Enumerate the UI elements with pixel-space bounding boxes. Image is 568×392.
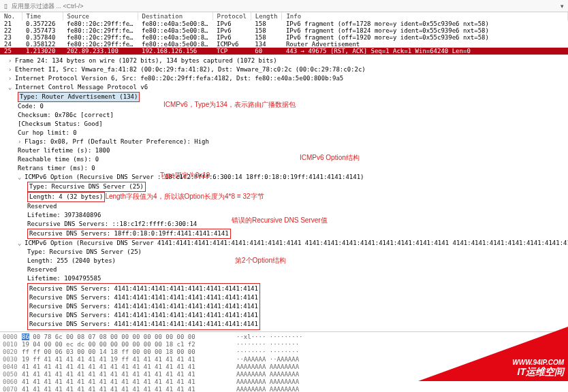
col-length[interactable]: Length <box>251 12 282 20</box>
opt2-dns3-line[interactable]: Recursive DNS Servers: 4141:4141:4141:41… <box>29 302 258 311</box>
opt1-reserved-line[interactable]: Reserved <box>3 202 565 211</box>
opt2-dns-block: Recursive DNS Servers: 4141:4141:4141:41… <box>27 283 260 330</box>
expander-icon[interactable]: › <box>8 65 15 74</box>
opt2-dns5-line[interactable]: Recursive DNS Servers: 4141:4141:4141:41… <box>29 320 258 329</box>
hex-row[interactable]: 007041 41 41 41 41 41 41 41 41 41 41 41 … <box>3 386 565 392</box>
expander-icon[interactable]: › <box>8 74 15 83</box>
opt2-header-line[interactable]: ⌄ICMPv6 Option (Recursive DNS Server 414… <box>3 239 565 248</box>
filter-expression-icon[interactable]: ▾ <box>559 3 565 10</box>
display-filter-input[interactable] <box>9 3 559 10</box>
opt2-dns4-line[interactable]: Recursive DNS Servers: 4141:4141:4141:41… <box>29 311 258 320</box>
annotation-bad-dns: 错误的Recursive DNS Server值 <box>232 216 328 225</box>
col-destination[interactable]: Destination <box>138 12 212 20</box>
checksum-status-line[interactable]: [Checksum Status: Good] <box>3 120 565 129</box>
display-filter-bar: ▯ ▾ <box>0 0 568 12</box>
col-no[interactable]: No. <box>0 12 22 20</box>
expander-icon[interactable]: › <box>8 56 15 65</box>
filter-bookmark-icon[interactable]: ▯ <box>3 3 9 10</box>
frame-line[interactable]: ›Frame 24: 134 bytes on wire (1072 bits)… <box>3 56 565 65</box>
opt1-dns2-line[interactable]: Recursive DNS Servers: 18ff:0:18:0:19ff:… <box>3 229 565 239</box>
annotation-second-option: 第2个Option结构 <box>235 256 286 265</box>
expander-down-icon[interactable]: ⌄ <box>18 173 25 182</box>
packet-row[interactable]: 230.357840fe80::20c:29ff:fe…fe80::e40a:5… <box>0 34 568 41</box>
packet-list-pane[interactable]: No. Time Source Destination Protocol Len… <box>0 12 568 55</box>
packet-details-pane[interactable]: ›Frame 24: 134 bytes on wire (1072 bits)… <box>0 55 568 332</box>
cur-hop-line[interactable]: Cur hop limit: 0 <box>3 129 565 137</box>
opt1-header-line[interactable]: ⌄ICMPv6 Option (Recursive DNS Server ::1… <box>3 173 565 182</box>
opt1-length-line[interactable]: Length: 4 (32 bytes)Length字段值为4，所以该Optio… <box>3 192 565 202</box>
router-lifetime-line[interactable]: Router lifetime (s): 1800 <box>3 146 565 155</box>
opt2-dns2-line[interactable]: Recursive DNS Servers: 4141:4141:4141:41… <box>29 293 258 302</box>
watermark-url: WWW.94IP.COM <box>512 359 564 366</box>
annotation-icmpv6-type: ICMPv6，Type为134，表示路由广播数据包 <box>163 100 296 109</box>
opt2-reserved-line[interactable]: Reserved <box>3 265 565 274</box>
flags-line[interactable]: ›Flags: 0x08, Prf (Default Router Prefer… <box>3 137 565 146</box>
col-protocol[interactable]: Protocol <box>212 12 251 20</box>
packet-row[interactable]: 240.358122fe80::20c:29ff:fe…fe80::e40a:5… <box>0 41 568 48</box>
retrans-line[interactable]: Retrans timer (ms): 0 <box>3 164 565 173</box>
eth-line[interactable]: ›Ethernet II, Src: Vmware_fa:41:82 (00:0… <box>3 65 565 74</box>
annotation-type-fixed: Type固定为0x19 <box>160 171 210 180</box>
packet-row[interactable]: 210.357226fe80::20c:29ff:fe…fe80::e40a:5… <box>0 20 568 27</box>
expander-down-icon[interactable]: ⌄ <box>8 83 15 92</box>
annotation-option-struct: ICMPv6 Option结构 <box>300 153 360 162</box>
opt2-lifetime-line[interactable]: Lifetime: 1094795585 <box>3 274 565 283</box>
expander-icon[interactable]: › <box>18 137 25 146</box>
packet-row-selected[interactable]: 251.213020202.89.233.100192.168.126.156T… <box>0 48 568 54</box>
icmpv6-line[interactable]: ⌄Internet Control Message Protocol v6 <box>3 83 565 92</box>
col-source[interactable]: Source <box>63 12 138 20</box>
col-time[interactable]: Time <box>22 12 63 20</box>
opt1-type-line[interactable]: Type: Recursive DNS Server (25) <box>3 182 565 192</box>
ipv6-line[interactable]: ›Internet Protocol Version 6, Src: fe80:… <box>3 74 565 83</box>
reachable-line[interactable]: Reachable time (ms): 0 <box>3 155 565 164</box>
watermark-label: IT运维空间 <box>512 366 564 378</box>
opt2-dns1-line[interactable]: Recursive DNS Servers: 4141:4141:4141:41… <box>29 284 258 293</box>
packet-row[interactable]: 220.357473fe80::20c:29ff:fe…fe80::e40a:5… <box>0 27 568 34</box>
checksum-line[interactable]: Checksum: 0x786c [correct] <box>3 111 565 120</box>
expander-down-icon[interactable]: ⌄ <box>18 239 25 248</box>
column-headers: No. Time Source Destination Protocol Len… <box>0 12 568 20</box>
col-info[interactable]: Info <box>282 12 568 20</box>
